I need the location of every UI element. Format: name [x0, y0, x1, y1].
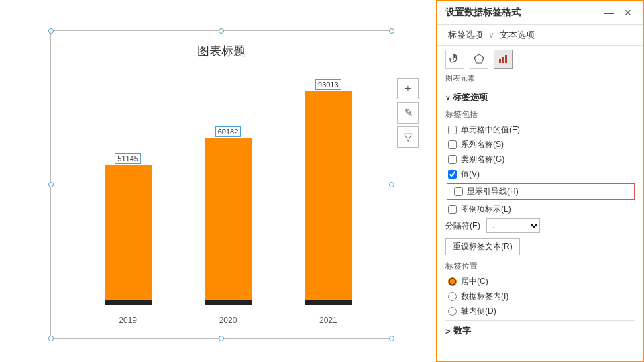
handle-br[interactable]: [389, 336, 394, 341]
bar-group-2021: 93013: [305, 91, 352, 305]
handle-bl[interactable]: [48, 336, 54, 341]
bar-orange-2020: [205, 138, 252, 300]
panel-header-icons: — ✕: [602, 7, 635, 18]
handle-tm[interactable]: [219, 28, 224, 34]
checkbox-category-name[interactable]: [448, 155, 457, 164]
close-icon[interactable]: ✕: [621, 7, 635, 18]
separator-row: 分隔符(E) . , ;: [445, 218, 635, 233]
chart-title: 图表标题: [51, 43, 392, 59]
svg-rect-2: [502, 57, 504, 63]
panel-title: 设置数据标签格式: [445, 7, 521, 19]
svg-marker-0: [474, 54, 484, 63]
checkbox-cell-value[interactable]: [448, 126, 457, 134]
bar-orange-2021: [305, 91, 352, 300]
x-label-2020: 2020: [201, 316, 255, 325]
x-label-2019: 2019: [101, 316, 155, 325]
hand-icon-button[interactable]: [445, 50, 464, 69]
chart-bar-icon-button[interactable]: [494, 50, 513, 69]
section2-header[interactable]: > 数字: [445, 320, 635, 340]
handle-bm[interactable]: [219, 336, 224, 341]
pen-button[interactable]: ✎: [397, 102, 419, 124]
bar-label-2020: 60182: [215, 126, 241, 137]
checkbox-row-cb6: 图例项标示(L): [445, 203, 635, 215]
svg-rect-1: [499, 59, 501, 63]
radio-inside-label[interactable]: [448, 292, 457, 301]
checkbox-value-label: 值(V): [461, 169, 480, 180]
checkbox-row-cb4: 值(V): [445, 169, 635, 180]
chart-element-label: 图表元素: [437, 73, 643, 86]
bar-black-2021: [305, 300, 352, 305]
x-axis: 2019 2020 2021: [78, 316, 378, 325]
radio-center-label: 居中(C): [461, 276, 488, 287]
panel-header: 设置数据标签格式 — ✕: [437, 1, 643, 25]
section1-title: 标签选项: [453, 91, 488, 103]
axis-line: [78, 306, 378, 306]
bar-wrapper-2019: [105, 165, 152, 305]
subsection-includes-title: 标签包括: [445, 109, 635, 120]
radio-row-inside: 数据标签内(I): [445, 291, 635, 302]
panel-icons-row: [437, 46, 643, 73]
checkbox-show-guideline[interactable]: [454, 187, 463, 196]
bar-wrapper-2021: [305, 91, 352, 305]
bar-group-2019: 51145: [105, 165, 152, 305]
panel-tabs: 标签选项 ∨ 文本选项: [437, 25, 643, 46]
radio-inside-label-text: 数据标签内(I): [461, 291, 508, 302]
radio-row-inner-axis: 轴内侧(D): [445, 306, 635, 317]
bar-label-2019: 51145: [115, 153, 141, 164]
radio-inner-axis-label: 轴内侧(D): [461, 306, 496, 317]
filter-button[interactable]: ▽: [397, 126, 419, 148]
chart-container: 图表标题 51145 60182 93013: [50, 30, 392, 339]
tab-text-options[interactable]: 文本选项: [497, 28, 537, 42]
chart-area: 图表标题 51145 60182 93013: [0, 0, 436, 362]
position-title: 标签位置: [445, 261, 635, 272]
bar-black-2020: [205, 300, 252, 305]
tab-label-options[interactable]: 标签选项: [445, 28, 486, 42]
chart-toolbar: + ✎ ▽: [397, 78, 419, 148]
tab-separator: ∨: [488, 30, 494, 40]
handle-ml[interactable]: [48, 182, 54, 187]
radio-inner-axis[interactable]: [448, 307, 457, 316]
reset-label-button[interactable]: 重设标签文本(R): [445, 238, 520, 255]
handle-tr[interactable]: [389, 28, 394, 34]
radio-center[interactable]: [448, 277, 457, 286]
checkbox-category-name-label: 类别名称(G): [461, 154, 504, 165]
chart-inner: 51145 60182 93013: [78, 78, 378, 305]
checkbox-show-guideline-label: 显示引导线(H): [467, 186, 519, 197]
section1-chevron: ∨: [445, 94, 450, 101]
checkbox-legend-item-label: 图例项标示(L): [461, 203, 511, 215]
handle-tl[interactable]: [48, 28, 54, 34]
bar-wrapper-2020: [205, 138, 252, 305]
bar-orange-2019: [105, 165, 152, 300]
checkbox-series-name-label: 系列名称(S): [461, 139, 504, 150]
add-chart-button[interactable]: +: [397, 78, 419, 99]
checkbox-legend-item[interactable]: [448, 205, 457, 214]
bar-label-2021: 93013: [315, 79, 341, 90]
checkbox-row-cb5: 显示引导线(H): [451, 186, 630, 197]
radio-row-center: 居中(C): [445, 276, 635, 287]
checkbox-row-cb3: 类别名称(G): [445, 154, 635, 165]
format-panel: 设置数据标签格式 — ✕ 标签选项 ∨ 文本选项: [436, 0, 644, 362]
section2-chevron: >: [445, 326, 451, 336]
highlighted-guideline-row: 显示引导线(H): [447, 183, 635, 200]
checkbox-series-name[interactable]: [448, 140, 457, 149]
checkbox-row-cb1: 单元格中的值(E): [445, 124, 635, 136]
reset-btn-row: 重设标签文本(R): [445, 238, 635, 255]
svg-rect-3: [505, 55, 507, 63]
panel-body: ∨ 标签选项 标签包括 单元格中的值(E) 系列名称(S) 类别名称(G) 值(…: [437, 86, 643, 361]
minimize-icon[interactable]: —: [602, 7, 616, 18]
bar-group-2020: 60182: [205, 138, 252, 305]
section2-title: 数字: [453, 325, 471, 337]
handle-mr[interactable]: [389, 182, 394, 187]
section1-header[interactable]: ∨ 标签选项: [445, 91, 635, 103]
pentagon-icon-button[interactable]: [470, 50, 488, 69]
separator-label: 分隔符(E): [445, 220, 482, 232]
checkbox-value[interactable]: [448, 170, 457, 179]
separator-select[interactable]: . , ;: [486, 218, 540, 233]
checkbox-row-cb2: 系列名称(S): [445, 139, 635, 150]
bar-black-2019: [105, 300, 152, 305]
x-label-2021: 2021: [301, 316, 355, 325]
checkbox-cell-value-label: 单元格中的值(E): [461, 124, 520, 136]
